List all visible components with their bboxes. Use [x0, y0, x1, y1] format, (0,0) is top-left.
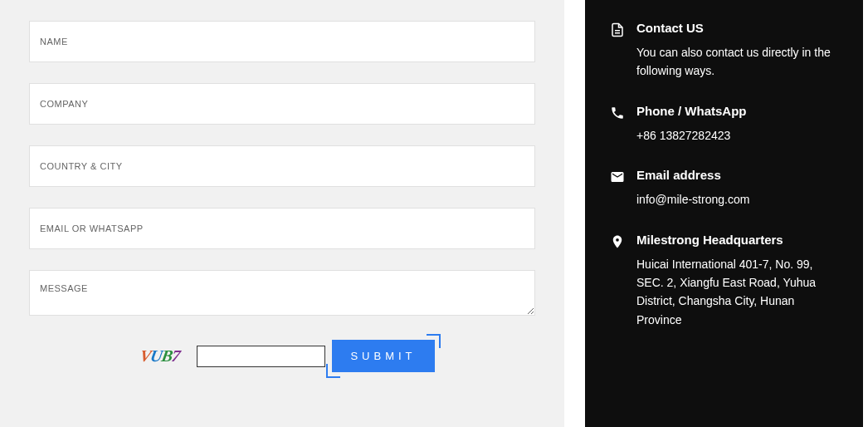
document-icon [610, 22, 625, 37]
email-whatsapp-field[interactable] [29, 208, 535, 249]
phone-icon [610, 106, 625, 120]
contact-title: Contact US [636, 21, 838, 35]
message-field[interactable] [29, 270, 535, 316]
contact-form-panel: VUB7 SUBMIT [0, 0, 564, 427]
submit-button[interactable]: SUBMIT [332, 340, 434, 372]
contact-item-phone: Phone / WhatsApp +86 13827282423 [610, 104, 838, 145]
contact-text: Huicai International 401-7, No. 99, SEC.… [636, 255, 838, 330]
captcha-input[interactable] [197, 346, 325, 367]
contact-title: Milestrong Headquarters [636, 233, 838, 247]
captcha-text: VUB7 [139, 346, 181, 366]
contact-title: Email address [636, 168, 838, 182]
captcha-row: VUB7 SUBMIT [29, 340, 535, 372]
contact-item-general: Contact US You can also contact us direc… [610, 21, 838, 81]
contact-item-address: Milestrong Headquarters Huicai Internati… [610, 233, 838, 330]
country-city-field[interactable] [29, 145, 535, 187]
submit-wrap: SUBMIT [332, 340, 434, 372]
contact-text: info@mile-strong.com [636, 190, 838, 209]
contact-text: You can also contact us directly in the … [636, 43, 838, 81]
name-field[interactable] [29, 21, 535, 62]
captcha-image: VUB7 [129, 346, 190, 367]
company-field[interactable] [29, 83, 535, 125]
contact-text: +86 13827282423 [636, 126, 838, 145]
email-icon [610, 169, 625, 184]
contact-info-panel: Contact US You can also contact us direc… [585, 0, 863, 427]
contact-title: Phone / WhatsApp [636, 104, 838, 118]
contact-item-email: Email address info@mile-strong.com [610, 168, 838, 209]
location-icon [610, 234, 625, 249]
